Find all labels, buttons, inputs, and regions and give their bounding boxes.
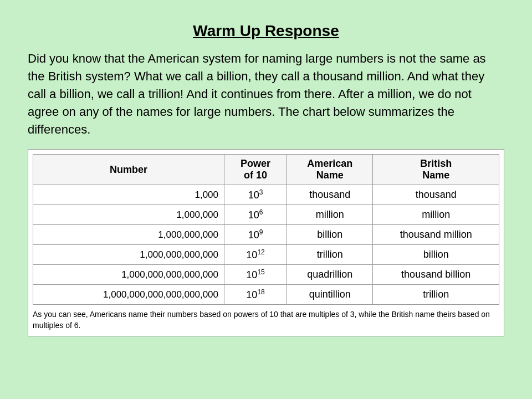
cell-number: 1,000,000 [33, 205, 224, 225]
table-caption: As you can see, Americans name their num… [33, 309, 499, 331]
cell-british: trillion [373, 285, 499, 305]
col-header-power: Powerof 10 [224, 155, 287, 185]
cell-american: quadrillion [287, 265, 373, 285]
cell-number: 1,000,000,000,000 [33, 245, 224, 265]
cell-power: 106 [224, 205, 287, 225]
cell-british: million [373, 205, 499, 225]
cell-american: trillion [287, 245, 373, 265]
intro-paragraph: Did you know that the American system fo… [28, 50, 504, 138]
table-row: 1,000,000,000,0001012trillionbillion [33, 245, 499, 265]
table-section: Number Powerof 10 AmericanName BritishNa… [28, 149, 504, 336]
col-header-british: BritishName [373, 155, 499, 185]
cell-power: 103 [224, 185, 287, 205]
cell-american: million [287, 205, 373, 225]
table-row: 1,000,000,000,000,0001015quadrillionthou… [33, 265, 499, 285]
cell-british: thousand [373, 185, 499, 205]
cell-power: 1018 [224, 285, 287, 305]
cell-british: thousand million [373, 225, 499, 245]
cell-power: 109 [224, 225, 287, 245]
cell-power: 1015 [224, 265, 287, 285]
col-header-american: AmericanName [287, 155, 373, 185]
cell-american: quintillion [287, 285, 373, 305]
table-row: 1,000,000,000109billionthousand million [33, 225, 499, 245]
table-row: 1,000103thousandthousand [33, 185, 499, 205]
cell-power: 1012 [224, 245, 287, 265]
table-header-row: Number Powerof 10 AmericanName BritishNa… [33, 155, 499, 185]
numbers-table: Number Powerof 10 AmericanName BritishNa… [33, 154, 499, 305]
cell-american: billion [287, 225, 373, 245]
cell-number: 1,000,000,000,000,000,000 [33, 285, 224, 305]
table-row: 1,000,000,000,000,000,0001018quintillion… [33, 285, 499, 305]
cell-number: 1,000,000,000 [33, 225, 224, 245]
cell-british: billion [373, 245, 499, 265]
slide-container: Warm Up Response Did you know that the A… [11, 11, 521, 347]
cell-number: 1,000,000,000,000,000 [33, 265, 224, 285]
slide-title: Warm Up Response [28, 22, 504, 40]
col-header-number: Number [33, 155, 224, 185]
cell-british: thousand billion [373, 265, 499, 285]
cell-number: 1,000 [33, 185, 224, 205]
table-row: 1,000,000106millionmillion [33, 205, 499, 225]
cell-american: thousand [287, 185, 373, 205]
